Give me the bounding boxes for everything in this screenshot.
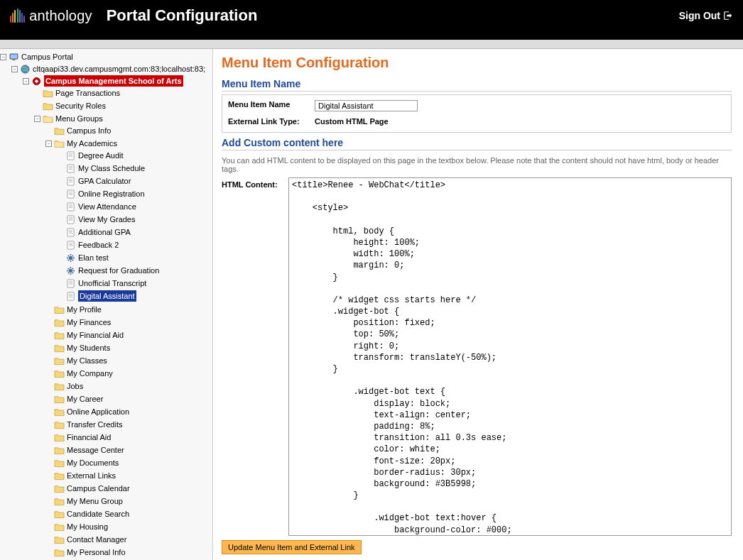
tree-label: Jobs [67, 380, 83, 392]
tree-candidate-search[interactable]: Candidate Search [45, 508, 212, 520]
tree-node-icon [54, 356, 65, 366]
svg-point-46 [69, 268, 73, 273]
tree-my-class-schedule[interactable]: My Class Schedule [57, 163, 212, 174]
app-header: anthology Portal Configuration Sign Out [0, 0, 743, 40]
tree-my-company[interactable]: My Company [45, 368, 212, 379]
tree-my-documents[interactable]: My Documents [45, 457, 212, 468]
tree-node-icon [65, 241, 76, 250]
tree-gpa-calculator[interactable]: GPA Calculator [57, 175, 212, 187]
tree-elan-test[interactable]: Elan test [57, 252, 212, 263]
tree-toggle-icon [45, 434, 52, 441]
tree-toggle-icon[interactable]: − [45, 141, 52, 147]
content-note: You can add HTML content to be displayed… [222, 156, 732, 173]
tree-label: My Students [67, 342, 110, 353]
tree-node-icon [54, 510, 65, 519]
tree-my-personal-info[interactable]: My Personal Info [45, 547, 212, 558]
svg-rect-2 [13, 59, 16, 60]
tree-campus-info[interactable]: Campus Info [45, 125, 212, 136]
label-menu-item-name: Menu Item Name [224, 98, 309, 114]
tree-node-icon [54, 497, 65, 506]
tree-view-attendance[interactable]: View Attendance [57, 201, 212, 212]
tree-online-application[interactable]: Online Application [45, 406, 212, 417]
tree-node-icon [65, 177, 76, 186]
tree-my-profile[interactable]: My Profile [45, 304, 212, 315]
tree-transfer-credits[interactable]: Transfer Credits [45, 419, 212, 430]
tree-node-icon [65, 190, 76, 199]
tree-sidebar[interactable]: −Campus Portal−cltqaapi33.dev.campusmgmt… [0, 49, 213, 560]
tree-node-icon [54, 548, 65, 557]
tree-my-career[interactable]: My Career [45, 393, 212, 405]
brand-name: anthology [29, 8, 92, 24]
tree-online-registration[interactable]: Online Registration [57, 188, 212, 199]
tree-menu-groups[interactable]: −Menu Groups [34, 113, 212, 124]
tree-label: Menu Groups [55, 113, 103, 124]
tree-toggle-icon[interactable]: − [34, 116, 40, 122]
tree-financial-aid[interactable]: Financial Aid [45, 432, 212, 443]
svg-point-3 [21, 65, 29, 72]
svg-rect-13 [67, 177, 74, 185]
tree-toggle-icon[interactable]: − [11, 66, 18, 72]
tree-view-my-grades[interactable]: View My Grades [57, 214, 212, 225]
tree-label: cltqaapi33.dev.campusmgmt.com:83;localho… [33, 63, 205, 75]
html-content-textarea[interactable] [288, 177, 732, 536]
tree-toggle-icon [45, 345, 52, 351]
svg-rect-1 [11, 54, 17, 58]
tree-additional-gpa[interactable]: Additional GPA [57, 226, 212, 238]
tree-toggle-icon [45, 396, 52, 402]
tree-node-icon [54, 420, 65, 429]
tree-label: Campus Calendar [67, 483, 130, 494]
tree-host[interactable]: −cltqaapi33.dev.campusmgmt.com:83;localh… [11, 63, 212, 75]
tree-message-center[interactable]: Message Center [45, 444, 212, 456]
tree-my-menu-group[interactable]: My Menu Group [45, 495, 212, 507]
input-menu-item-name[interactable] [315, 100, 418, 111]
svg-rect-59 [67, 292, 74, 300]
tree-toggle-icon [45, 524, 52, 530]
tree-my-classes[interactable]: My Classes [45, 355, 212, 366]
tree-node-icon [9, 53, 19, 62]
tree-my-finances[interactable]: My Finances [45, 317, 212, 328]
tree-toggle-icon[interactable]: − [23, 78, 29, 84]
tree-toggle-icon [45, 537, 52, 543]
tree-my-financial-aid[interactable]: My Financial Aid [45, 329, 212, 341]
tree-school[interactable]: −Campus Management School of Arts [23, 75, 212, 87]
svg-line-52 [72, 272, 73, 273]
tree-node-icon [54, 369, 65, 378]
tree-toggle-icon[interactable]: − [0, 54, 6, 60]
tree-my-students[interactable]: My Students [45, 342, 212, 353]
tree-toggle-icon [57, 153, 63, 159]
tree-label: My Profile [67, 304, 102, 315]
tree-external-links[interactable]: External Links [45, 470, 212, 481]
tree-campus-calendar[interactable]: Campus Calendar [45, 483, 212, 494]
tree-node-icon [65, 202, 76, 212]
tree-label: Campus Portal [21, 51, 73, 62]
tree-label: My Finances [67, 317, 111, 328]
tree-toggle-icon [45, 307, 52, 313]
value-external-link-type: Custom HTML Page [310, 115, 730, 128]
svg-rect-33 [67, 241, 74, 248]
tree-node-icon [54, 344, 65, 353]
tree-root-campus-portal[interactable]: −Campus Portal [0, 51, 212, 62]
update-button[interactable]: Update Menu Item and External Link [222, 540, 362, 554]
tree-toggle-icon [57, 229, 63, 236]
svg-rect-9 [67, 164, 74, 172]
tree-page-transactions[interactable]: Page Transactions [34, 87, 212, 99]
tree-toggle-icon [45, 473, 52, 479]
tree-toggle-icon [45, 128, 52, 134]
svg-line-54 [72, 268, 73, 268]
tree-node-icon [65, 228, 76, 237]
tree-contact-manager[interactable]: Contact Manager [45, 534, 212, 545]
sign-out-link[interactable]: Sign Out [679, 10, 733, 21]
tree-label: Online Application [67, 406, 129, 417]
tree-request-graduation[interactable]: Request for Graduation [57, 265, 212, 276]
tree-label: My Financial Aid [67, 329, 124, 341]
tree-degree-audit[interactable]: Degree Audit [57, 150, 212, 161]
tree-digital-assistant[interactable]: Digital Assistant [57, 290, 212, 302]
tree-security-roles[interactable]: Security Roles [34, 100, 212, 111]
tree-feedback-2[interactable]: Feedback 2 [57, 239, 212, 251]
tree-node-icon [54, 459, 65, 468]
tree-unofficial-transcript[interactable]: Unofficial Transcript [57, 278, 212, 289]
tree-toggle-icon [57, 165, 63, 172]
tree-my-academics[interactable]: −My Academics [45, 138, 212, 149]
tree-my-housing[interactable]: My Housing [45, 521, 212, 532]
tree-jobs[interactable]: Jobs [45, 380, 212, 392]
